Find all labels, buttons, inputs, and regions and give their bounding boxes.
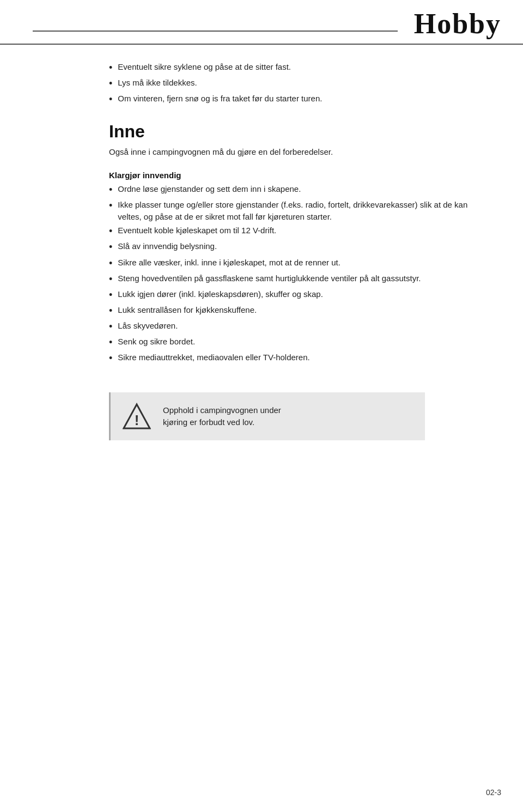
list-item: Ikke plasser tunge og/eller store gjenst… (109, 199, 490, 223)
list-item: Lys må ikke tildekkes. (109, 77, 490, 90)
list-item: Ordne løse gjenstander og sett dem inn i… (109, 183, 490, 197)
warning-line2: kjøring er forbudt ved lov. (163, 417, 254, 427)
list-item: Sikre alle væsker, inkl. inne i kjøleska… (109, 257, 490, 270)
svg-text:!: ! (135, 412, 139, 428)
bullet-text: Slå av innvendig belysning. (118, 240, 217, 252)
bullet-text: Lukk sentrallåsen for kjøkkenskuffene. (118, 304, 257, 316)
intro-bullets-section: Eventuelt sikre syklene og påse at de si… (109, 61, 490, 106)
klargjor-section: Klargjør innvendig Ordne løse gjenstande… (109, 171, 490, 365)
warning-box: ! Opphold i campingvognen under kjøring … (109, 392, 425, 440)
inne-section: Inne Også inne i campingvognen må du gjø… (109, 122, 490, 159)
bullet-text: Eventuelt koble kjøleskapet om til 12 V-… (118, 225, 276, 237)
list-item: Eventuelt sikre syklene og påse at de si… (109, 61, 490, 75)
bullet-text: Senk og sikre bordet. (118, 336, 195, 348)
bullet-text: Om vinteren, fjern snø og is fra taket f… (118, 93, 322, 105)
list-item: Lukk sentrallåsen for kjøkkenskuffene. (109, 304, 490, 318)
klargjor-title: Klargjør innvendig (109, 171, 490, 180)
inne-title: Inne (109, 122, 490, 142)
warning-text: Opphold i campingvognen under kjøring er… (163, 404, 281, 429)
brand-logo: Hobby (414, 10, 501, 38)
bullet-text: Lås skyvedøren. (118, 320, 178, 332)
inne-intro: Også inne i campingvognen må du gjøre en… (109, 146, 490, 159)
list-item: Eventuelt koble kjøleskapet om til 12 V-… (109, 225, 490, 238)
bullet-text: Steng hovedventilen på gassflaskene samt… (118, 272, 421, 284)
intro-bullet-list: Eventuelt sikre syklene og påse at de si… (109, 61, 490, 106)
bullet-text: Ordne løse gjenstander og sett dem inn i… (118, 183, 301, 195)
list-item: Steng hovedventilen på gassflaskene samt… (109, 272, 490, 286)
bullet-text: Eventuelt sikre syklene og påse at de si… (118, 61, 291, 73)
main-content: Eventuelt sikre syklene og påse at de si… (0, 45, 523, 457)
list-item: Lukk igjen dører (inkl. kjøleskapsdøren)… (109, 288, 490, 302)
bullet-text: Lys må ikke tildekkes. (118, 77, 197, 89)
warning-line1: Opphold i campingvognen under (163, 405, 281, 415)
bullet-text: Ikke plasser tunge og/eller store gjenst… (118, 199, 490, 223)
list-item: Sikre mediauttrekket, mediaovalen eller … (109, 352, 490, 365)
bullet-text: Sikre alle væsker, inkl. inne i kjøleska… (118, 257, 340, 269)
list-item: Om vinteren, fjern snø og is fra taket f… (109, 93, 490, 106)
header-line (33, 31, 398, 32)
list-item: Lås skyvedøren. (109, 320, 490, 334)
bullet-text: Lukk igjen dører (inkl. kjøleskapsdøren)… (118, 288, 323, 300)
page-header: Hobby (0, 0, 523, 45)
klargjor-bullet-list: Ordne løse gjenstander og sett dem inn i… (109, 183, 490, 365)
list-item: Slå av innvendig belysning. (109, 240, 490, 254)
warning-icon: ! (123, 402, 151, 431)
list-item: Senk og sikre bordet. (109, 336, 490, 349)
page-number: 02-3 (486, 788, 501, 797)
bullet-text: Sikre mediauttrekket, mediaovalen eller … (118, 352, 309, 363)
